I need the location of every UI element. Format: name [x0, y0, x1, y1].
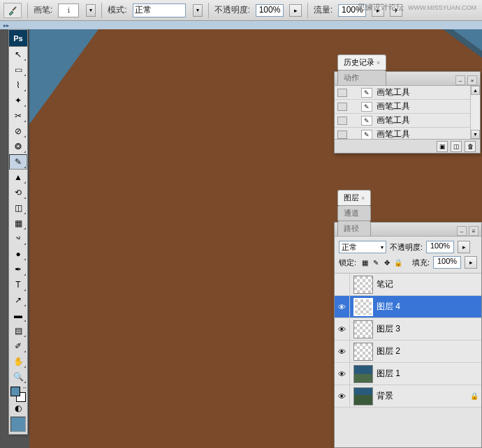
layer-visibility-toggle[interactable]: 👁 [335, 341, 350, 362]
history-item[interactable]: ✎画笔工具 [335, 114, 480, 128]
layer-fill-input[interactable]: 100% [433, 256, 461, 269]
flow-label: 流量: [314, 4, 333, 16]
brush-dropdown-arrow[interactable]: ▾ [86, 4, 96, 17]
heal-tool[interactable]: ❂ [9, 139, 27, 154]
tool-preset-picker[interactable] [3, 3, 22, 18]
lasso-tool[interactable]: ⌇ [9, 77, 27, 93]
stamp-tool[interactable]: ▲ [9, 170, 27, 185]
layer-visibility-toggle[interactable]: 👁 [335, 385, 350, 407]
lock-all-icon[interactable]: 🔒 [393, 257, 403, 267]
expand-panels-button[interactable]: ▸▸ [3, 22, 13, 29]
lock-position-icon[interactable]: ✥ [382, 257, 392, 267]
lock-label: 锁定: [339, 257, 356, 268]
history-item[interactable]: ✎画笔工具 [335, 100, 480, 114]
marquee-tool[interactable]: ▭ [9, 62, 27, 77]
mode-dropdown-arrow[interactable]: ▾ [193, 4, 203, 17]
minimize-icon[interactable]: – [455, 75, 465, 85]
layer-fill-flyout[interactable]: ▸ [465, 256, 477, 269]
path-select-tool[interactable]: ↗ [9, 292, 27, 308]
blend-mode-select[interactable]: 正常 [133, 3, 186, 17]
app-frame-top [0, 21, 482, 29]
opacity-label: 不透明度: [214, 4, 250, 16]
notes-tool[interactable]: ▤ [9, 323, 27, 338]
new-doc-button[interactable]: ◫ [451, 141, 462, 152]
layer-row[interactable]: 👁图层 3 [335, 318, 481, 341]
gradient-tool[interactable]: ▦ [9, 216, 27, 231]
history-panel: 历史记录×动作 – × ✎画笔工具✎画笔工具✎画笔工具✎画笔工具▸✎画笔工具 ▣… [334, 71, 481, 154]
brush-preset-picker[interactable]: 1 [58, 3, 79, 17]
layer-thumbnail[interactable] [353, 298, 373, 316]
history-item[interactable]: ✎画笔工具 [335, 128, 480, 139]
brush-label: 画笔: [34, 4, 52, 16]
watermark: 思缘设计论坛 WWW.MISSYUAN.COM [358, 2, 476, 13]
layer-row[interactable]: 笔记 [335, 274, 481, 296]
blur-tool[interactable]: ༄ [9, 231, 27, 246]
hand-tool[interactable]: ✋ [9, 354, 27, 369]
layers-list: 笔记👁图层 4👁图层 3👁图层 2👁图层 1👁背景🔒 [335, 274, 481, 408]
layer-name[interactable]: 图层 3 [377, 323, 470, 335]
layer-visibility-toggle[interactable]: 👁 [335, 318, 350, 340]
eraser-tool[interactable]: ◫ [9, 200, 27, 216]
layers-panel-header[interactable]: 图层×通道路径 – ≡ [335, 223, 481, 237]
layer-thumbnail[interactable] [353, 343, 373, 361]
history-list: ✎画笔工具✎画笔工具✎画笔工具✎画笔工具▸✎画笔工具 [335, 86, 480, 139]
layer-row[interactable]: 👁背景🔒 [335, 385, 481, 408]
pen-tool[interactable]: ✒ [9, 262, 27, 277]
crop-tool[interactable]: ✂ [9, 108, 27, 124]
zoom-tool[interactable]: 🔍 [9, 369, 27, 384]
tab-路径[interactable]: 路径 [337, 221, 371, 236]
layer-thumbnail[interactable] [353, 276, 373, 294]
layer-name[interactable]: 图层 1 [377, 368, 470, 380]
shape-tool[interactable]: ▬ [9, 308, 27, 323]
wand-tool[interactable]: ✦ [9, 93, 27, 108]
layer-row[interactable]: 👁图层 4 [335, 296, 481, 318]
layer-name[interactable]: 图层 2 [377, 345, 470, 357]
layer-opacity-input[interactable]: 100% [426, 241, 454, 253]
opacity-input[interactable]: 100% [256, 4, 284, 17]
close-icon[interactable]: × [467, 75, 477, 85]
lock-transparency-icon[interactable]: ▦ [360, 257, 370, 267]
layer-visibility-toggle[interactable]: 👁 [335, 363, 350, 384]
history-label: 画笔工具 [377, 114, 410, 126]
lock-pixels-icon[interactable]: ✎ [371, 257, 381, 267]
big-color-swatch[interactable] [10, 417, 26, 432]
layer-visibility-toggle[interactable]: 👁 [335, 296, 350, 318]
layer-row[interactable]: 👁图层 1 [335, 363, 481, 385]
history-scrollbar[interactable]: ▲ ▼ [470, 86, 480, 139]
mode-label: 模式: [108, 4, 126, 16]
opacity-flyout[interactable]: ▸ [289, 4, 302, 17]
create-snapshot-button[interactable]: ▣ [437, 141, 448, 152]
brush-tool[interactable]: ✎ [9, 154, 27, 170]
dodge-tool[interactable]: ● [9, 246, 27, 262]
foreground-color[interactable] [10, 387, 20, 396]
history-item[interactable]: ✎画笔工具 [335, 86, 480, 100]
minimize-icon[interactable]: – [457, 226, 467, 236]
panel-menu-icon[interactable]: ≡ [469, 226, 479, 236]
layer-opacity-flyout[interactable]: ▸ [458, 241, 470, 253]
layer-thumbnail[interactable] [353, 365, 373, 383]
layer-visibility-toggle[interactable] [335, 274, 350, 295]
swap-colors-icon[interactable]: ↔ [22, 385, 27, 390]
layer-name[interactable]: 背景 [377, 390, 470, 402]
type-tool[interactable]: T [9, 277, 27, 292]
tab-通道[interactable]: 通道 [337, 205, 371, 221]
eyedropper-tool[interactable]: ✐ [9, 338, 27, 354]
tab-历史记录[interactable]: 历史记录× [337, 54, 386, 70]
move-tool[interactable]: ↖ [9, 47, 27, 62]
layer-name[interactable]: 图层 4 [377, 301, 470, 313]
history-brush-tool[interactable]: ⟲ [9, 185, 27, 200]
layer-thumbnail[interactable] [353, 320, 373, 338]
history-label: 画笔工具 [377, 128, 410, 139]
layer-name[interactable]: 笔记 [377, 278, 470, 290]
history-thumb [337, 130, 347, 139]
history-panel-header[interactable]: 历史记录×动作 – × [335, 72, 480, 86]
fill-label: 填充: [412, 257, 430, 268]
layer-thumbnail[interactable] [353, 387, 373, 405]
quick-mask-toggle[interactable]: ◐ [15, 402, 22, 415]
layer-row[interactable]: 👁图层 2 [335, 341, 481, 363]
tab-动作[interactable]: 动作 [337, 70, 386, 85]
slice-tool[interactable]: ⊘ [9, 124, 27, 139]
delete-state-button[interactable]: 🗑 [465, 141, 476, 152]
layer-blend-mode-select[interactable]: 正常▾ [339, 241, 386, 253]
tab-图层[interactable]: 图层× [337, 190, 371, 205]
